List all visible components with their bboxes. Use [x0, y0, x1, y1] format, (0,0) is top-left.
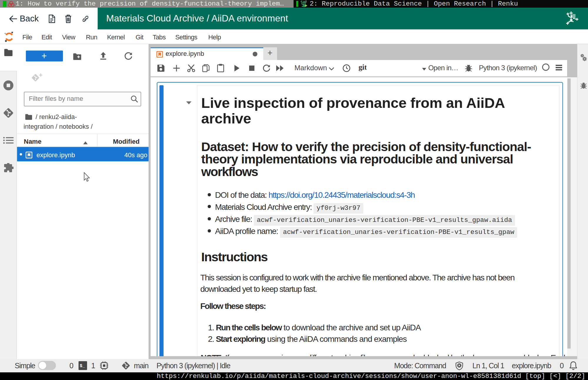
svg-text:$_: $_: [80, 364, 85, 369]
